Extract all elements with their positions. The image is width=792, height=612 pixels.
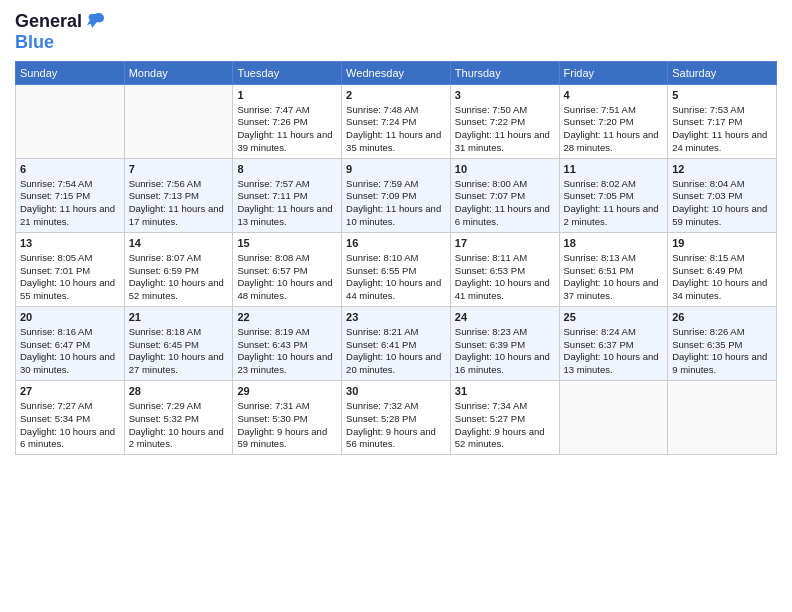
sunrise-text: Sunrise: 7:57 AM	[237, 178, 309, 189]
logo: General Blue	[15, 10, 106, 53]
weekday-friday: Friday	[559, 61, 668, 84]
daylight-text: Daylight: 10 hours and 55 minutes.	[20, 277, 115, 301]
sunrise-text: Sunrise: 7:31 AM	[237, 400, 309, 411]
calendar-cell	[668, 381, 777, 455]
calendar-week-row: 6Sunrise: 7:54 AMSunset: 7:15 PMDaylight…	[16, 158, 777, 232]
sunrise-text: Sunrise: 8:05 AM	[20, 252, 92, 263]
sunrise-text: Sunrise: 8:04 AM	[672, 178, 744, 189]
calendar-week-row: 20Sunrise: 8:16 AMSunset: 6:47 PMDayligh…	[16, 306, 777, 380]
sunrise-text: Sunrise: 7:54 AM	[20, 178, 92, 189]
sunrise-text: Sunrise: 7:50 AM	[455, 104, 527, 115]
sunrise-text: Sunrise: 8:02 AM	[564, 178, 636, 189]
daylight-text: Daylight: 10 hours and 13 minutes.	[564, 351, 659, 375]
header: General Blue	[15, 10, 777, 53]
day-number: 14	[129, 236, 229, 251]
day-number: 15	[237, 236, 337, 251]
daylight-text: Daylight: 10 hours and 59 minutes.	[672, 203, 767, 227]
sunset-text: Sunset: 5:34 PM	[20, 413, 90, 424]
sunrise-text: Sunrise: 8:19 AM	[237, 326, 309, 337]
daylight-text: Daylight: 9 hours and 56 minutes.	[346, 426, 436, 450]
sunrise-text: Sunrise: 8:08 AM	[237, 252, 309, 263]
daylight-text: Daylight: 11 hours and 24 minutes.	[672, 129, 767, 153]
day-number: 2	[346, 88, 446, 103]
day-number: 20	[20, 310, 120, 325]
sunset-text: Sunset: 6:47 PM	[20, 339, 90, 350]
calendar-cell: 28Sunrise: 7:29 AMSunset: 5:32 PMDayligh…	[124, 381, 233, 455]
weekday-header-row: SundayMondayTuesdayWednesdayThursdayFrid…	[16, 61, 777, 84]
day-number: 25	[564, 310, 664, 325]
daylight-text: Daylight: 9 hours and 52 minutes.	[455, 426, 545, 450]
sunrise-text: Sunrise: 8:16 AM	[20, 326, 92, 337]
sunrise-text: Sunrise: 7:47 AM	[237, 104, 309, 115]
day-number: 30	[346, 384, 446, 399]
calendar-week-row: 13Sunrise: 8:05 AMSunset: 7:01 PMDayligh…	[16, 232, 777, 306]
calendar-cell: 14Sunrise: 8:07 AMSunset: 6:59 PMDayligh…	[124, 232, 233, 306]
calendar-cell: 29Sunrise: 7:31 AMSunset: 5:30 PMDayligh…	[233, 381, 342, 455]
day-number: 13	[20, 236, 120, 251]
calendar-cell: 6Sunrise: 7:54 AMSunset: 7:15 PMDaylight…	[16, 158, 125, 232]
calendar-cell: 23Sunrise: 8:21 AMSunset: 6:41 PMDayligh…	[342, 306, 451, 380]
sunrise-text: Sunrise: 7:48 AM	[346, 104, 418, 115]
day-number: 31	[455, 384, 555, 399]
sunrise-text: Sunrise: 8:18 AM	[129, 326, 201, 337]
daylight-text: Daylight: 10 hours and 30 minutes.	[20, 351, 115, 375]
sunset-text: Sunset: 7:01 PM	[20, 265, 90, 276]
sunset-text: Sunset: 6:51 PM	[564, 265, 634, 276]
day-number: 22	[237, 310, 337, 325]
calendar-cell	[559, 381, 668, 455]
sunset-text: Sunset: 7:22 PM	[455, 116, 525, 127]
calendar-cell	[16, 84, 125, 158]
sunrise-text: Sunrise: 7:53 AM	[672, 104, 744, 115]
sunset-text: Sunset: 7:26 PM	[237, 116, 307, 127]
sunrise-text: Sunrise: 8:00 AM	[455, 178, 527, 189]
day-number: 24	[455, 310, 555, 325]
weekday-monday: Monday	[124, 61, 233, 84]
daylight-text: Daylight: 11 hours and 10 minutes.	[346, 203, 441, 227]
daylight-text: Daylight: 11 hours and 39 minutes.	[237, 129, 332, 153]
sunset-text: Sunset: 6:53 PM	[455, 265, 525, 276]
calendar-cell: 7Sunrise: 7:56 AMSunset: 7:13 PMDaylight…	[124, 158, 233, 232]
daylight-text: Daylight: 10 hours and 37 minutes.	[564, 277, 659, 301]
logo-text: General Blue	[15, 10, 106, 53]
calendar-cell: 18Sunrise: 8:13 AMSunset: 6:51 PMDayligh…	[559, 232, 668, 306]
day-number: 11	[564, 162, 664, 177]
sunset-text: Sunset: 7:17 PM	[672, 116, 742, 127]
logo-general: General	[15, 11, 82, 32]
calendar-cell: 16Sunrise: 8:10 AMSunset: 6:55 PMDayligh…	[342, 232, 451, 306]
day-number: 10	[455, 162, 555, 177]
daylight-text: Daylight: 10 hours and 20 minutes.	[346, 351, 441, 375]
daylight-text: Daylight: 11 hours and 31 minutes.	[455, 129, 550, 153]
daylight-text: Daylight: 11 hours and 17 minutes.	[129, 203, 224, 227]
sunrise-text: Sunrise: 8:24 AM	[564, 326, 636, 337]
calendar-cell: 24Sunrise: 8:23 AMSunset: 6:39 PMDayligh…	[450, 306, 559, 380]
calendar-cell: 17Sunrise: 8:11 AMSunset: 6:53 PMDayligh…	[450, 232, 559, 306]
calendar-cell: 1Sunrise: 7:47 AMSunset: 7:26 PMDaylight…	[233, 84, 342, 158]
sunrise-text: Sunrise: 7:27 AM	[20, 400, 92, 411]
daylight-text: Daylight: 10 hours and 16 minutes.	[455, 351, 550, 375]
logo-blue: Blue	[15, 32, 106, 53]
sunrise-text: Sunrise: 8:21 AM	[346, 326, 418, 337]
calendar-cell: 21Sunrise: 8:18 AMSunset: 6:45 PMDayligh…	[124, 306, 233, 380]
calendar-cell: 27Sunrise: 7:27 AMSunset: 5:34 PMDayligh…	[16, 381, 125, 455]
day-number: 27	[20, 384, 120, 399]
day-number: 12	[672, 162, 772, 177]
day-number: 23	[346, 310, 446, 325]
calendar-cell: 9Sunrise: 7:59 AMSunset: 7:09 PMDaylight…	[342, 158, 451, 232]
calendar-cell: 20Sunrise: 8:16 AMSunset: 6:47 PMDayligh…	[16, 306, 125, 380]
day-number: 4	[564, 88, 664, 103]
sunset-text: Sunset: 6:35 PM	[672, 339, 742, 350]
daylight-text: Daylight: 10 hours and 6 minutes.	[20, 426, 115, 450]
calendar-cell: 15Sunrise: 8:08 AMSunset: 6:57 PMDayligh…	[233, 232, 342, 306]
calendar-cell: 13Sunrise: 8:05 AMSunset: 7:01 PMDayligh…	[16, 232, 125, 306]
day-number: 7	[129, 162, 229, 177]
logo-bird-icon	[84, 10, 106, 32]
sunset-text: Sunset: 6:59 PM	[129, 265, 199, 276]
daylight-text: Daylight: 10 hours and 9 minutes.	[672, 351, 767, 375]
sunset-text: Sunset: 5:32 PM	[129, 413, 199, 424]
day-number: 1	[237, 88, 337, 103]
sunset-text: Sunset: 7:20 PM	[564, 116, 634, 127]
sunset-text: Sunset: 5:30 PM	[237, 413, 307, 424]
daylight-text: Daylight: 11 hours and 35 minutes.	[346, 129, 441, 153]
weekday-saturday: Saturday	[668, 61, 777, 84]
sunrise-text: Sunrise: 8:10 AM	[346, 252, 418, 263]
